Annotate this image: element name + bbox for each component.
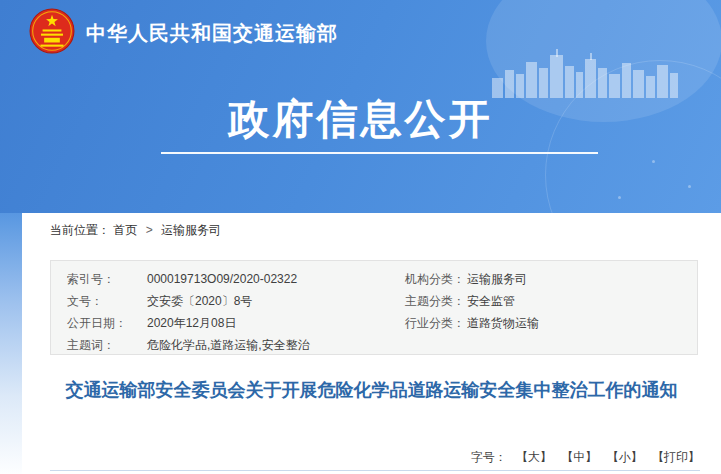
article-title: 交通运输部安全委员会关于开展危险化学品道路运输安全集中整治工作的通知 <box>40 377 703 404</box>
table-row: 索引号： 000019713O09/2020-02322 机构分类： 运输服务司 <box>51 268 697 290</box>
document-metadata-table: 索引号： 000019713O09/2020-02322 机构分类： 运输服务司… <box>50 260 698 355</box>
print-button[interactable]: 【打印】 <box>652 450 700 464</box>
publish-date-label: 公开日期： <box>67 312 147 334</box>
topic-category-label: 主题分类： <box>405 290 467 312</box>
keywords-label: 主题词： <box>67 334 147 356</box>
doc-number-value: 交安委〔2020〕8号 <box>147 290 405 312</box>
site-name: 中华人民共和国交通运输部 <box>86 20 338 47</box>
font-size-label: 字号： <box>471 450 507 464</box>
breadcrumb: 当前位置： 首页 > 运输服务司 <box>50 222 221 239</box>
national-emblem-icon <box>29 7 75 55</box>
agency-category-value: 运输服务司 <box>467 268 697 290</box>
breadcrumb-home-link[interactable]: 首页 <box>113 223 137 237</box>
dot-decoration <box>618 196 621 199</box>
industry-category-label: 行业分类： <box>405 312 467 334</box>
dot-decoration <box>652 160 655 163</box>
index-number-label: 索引号： <box>67 268 147 290</box>
font-small-button[interactable]: 【小】 <box>607 450 643 464</box>
table-row: 公开日期： 2020年12月08日 行业分类： 道路货物运输 <box>51 312 697 334</box>
industry-category-value: 道路货物运输 <box>467 312 697 334</box>
font-medium-button[interactable]: 【中】 <box>561 450 597 464</box>
breadcrumb-label: 当前位置： <box>50 223 110 237</box>
city-skyline-icon <box>492 48 688 98</box>
government-info-page: 中华人民共和国交通运输部 政府信息公开 当前位置： 首页 > 运输服务司 索引号… <box>0 0 721 474</box>
keywords-value: 危险化学品,道路运输,安全整治 <box>147 334 405 356</box>
doc-number-label: 文号： <box>67 290 147 312</box>
index-number-value: 000019713O09/2020-02322 <box>147 268 405 290</box>
page-header-banner: 中华人民共和国交通运输部 政府信息公开 <box>0 0 721 213</box>
topic-category-value: 安全监管 <box>467 290 697 312</box>
publish-date-value: 2020年12月08日 <box>147 312 405 334</box>
dot-decoration <box>688 185 691 188</box>
page-title: 政府信息公开 <box>0 92 721 147</box>
agency-category-label: 机构分类： <box>405 268 467 290</box>
empty-value <box>467 334 697 356</box>
bottom-divider <box>50 470 700 471</box>
content-panel: 当前位置： 首页 > 运输服务司 索引号： 000019713O09/2020-… <box>22 213 721 474</box>
breadcrumb-separator: > <box>146 223 153 237</box>
title-underline <box>161 152 598 154</box>
table-row: 主题词： 危险化学品,道路运输,安全整治 <box>51 334 697 356</box>
table-row: 文号： 交安委〔2020〕8号 主题分类： 安全监管 <box>51 290 697 312</box>
empty-label <box>405 334 467 356</box>
font-size-toolbar: 字号： 【大】 【中】 【小】 【打印】 <box>471 449 700 466</box>
breadcrumb-current-link[interactable]: 运输服务司 <box>161 223 221 237</box>
font-large-button[interactable]: 【大】 <box>516 450 552 464</box>
left-gradient-strip <box>0 213 22 474</box>
